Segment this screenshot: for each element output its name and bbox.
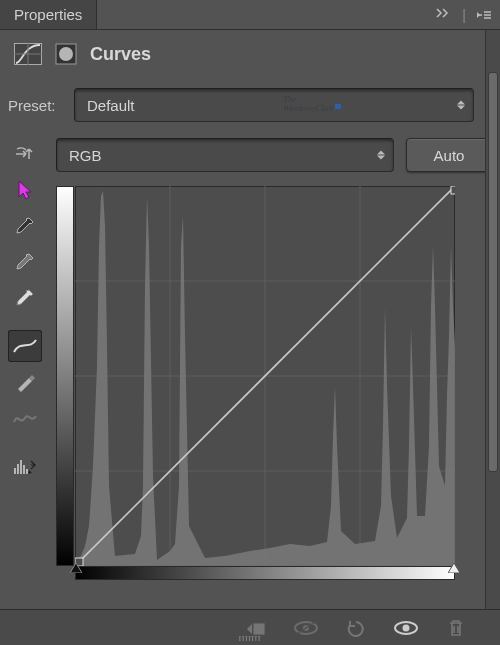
view-previous-state-icon[interactable] xyxy=(292,616,320,640)
svg-rect-5 xyxy=(14,468,16,474)
svg-point-4 xyxy=(59,47,73,61)
auto-button[interactable]: Auto xyxy=(406,138,492,172)
output-gradient xyxy=(56,186,74,566)
svg-point-24 xyxy=(403,624,410,631)
divider: | xyxy=(462,7,466,23)
adjustment-header: Curves xyxy=(0,30,500,84)
preset-row: Preset: Default TheWindowsClub xyxy=(8,88,492,122)
smooth-curve-tool[interactable] xyxy=(8,402,42,434)
curves-area: RGB Auto xyxy=(56,138,492,580)
curves-adjustment-icon[interactable] xyxy=(14,42,42,66)
svg-rect-9 xyxy=(26,469,28,474)
main-row: RGB Auto xyxy=(8,138,492,580)
collapse-icon[interactable] xyxy=(436,7,452,22)
edit-points-tool[interactable] xyxy=(8,330,42,362)
draw-curve-tool[interactable] xyxy=(8,366,42,398)
mask-icon[interactable] xyxy=(52,42,80,66)
tool-column xyxy=(8,138,46,580)
pointer-tool[interactable] xyxy=(8,174,42,206)
black-point-eyedropper[interactable] xyxy=(8,210,42,242)
channel-value: RGB xyxy=(69,147,102,164)
panel-tab-properties[interactable]: Properties xyxy=(0,0,97,29)
panel-header-right: | xyxy=(436,7,500,23)
targeted-adjustment-tool[interactable] xyxy=(8,138,42,170)
resize-grip[interactable]: īīīīīīī xyxy=(239,634,262,643)
channel-row: RGB Auto xyxy=(56,138,492,172)
reset-icon[interactable] xyxy=(342,616,370,640)
svg-rect-7 xyxy=(20,460,22,474)
watermark: TheWindowsClub xyxy=(283,95,341,113)
svg-rect-6 xyxy=(17,464,19,474)
dropdown-arrows-icon xyxy=(377,151,385,160)
scrollbar-thumb[interactable] xyxy=(488,72,498,472)
svg-rect-8 xyxy=(23,465,25,474)
auto-label: Auto xyxy=(434,147,465,164)
bottom-bar: īīīīīīī xyxy=(0,609,500,645)
curves-graph[interactable] xyxy=(75,186,455,566)
preset-dropdown[interactable]: Default TheWindowsClub xyxy=(74,88,474,122)
histogram-options-tool[interactable] xyxy=(8,450,42,482)
panel-header: Properties | xyxy=(0,0,500,30)
panel-title: Properties xyxy=(14,6,82,23)
svg-rect-18 xyxy=(451,186,455,194)
input-gradient-row xyxy=(56,566,492,580)
preset-value: Default xyxy=(87,97,135,114)
dropdown-arrows-icon xyxy=(457,101,465,110)
input-gradient[interactable] xyxy=(75,566,455,580)
visibility-icon[interactable] xyxy=(392,616,420,640)
channel-dropdown[interactable]: RGB xyxy=(56,138,394,172)
adjustment-title: Curves xyxy=(90,44,151,65)
panel-menu-icon[interactable] xyxy=(476,9,492,21)
svg-rect-19 xyxy=(253,623,265,635)
white-point-eyedropper[interactable] xyxy=(8,282,42,314)
black-point-slider[interactable] xyxy=(70,563,82,573)
preset-label: Preset: xyxy=(8,97,64,114)
white-point-slider[interactable] xyxy=(448,563,460,573)
delete-icon[interactable] xyxy=(442,616,470,640)
gray-point-eyedropper[interactable] xyxy=(8,246,42,278)
graph-wrap xyxy=(56,186,492,566)
panel-body: Preset: Default TheWindowsClub xyxy=(0,84,500,580)
panel-scrollbar[interactable] xyxy=(485,30,500,615)
